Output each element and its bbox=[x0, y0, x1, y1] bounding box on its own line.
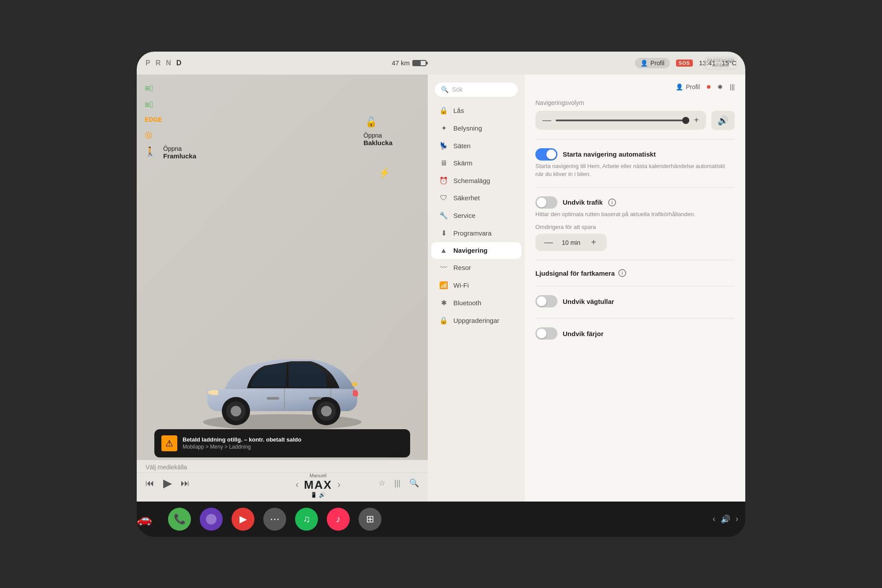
back-hood-label[interactable]: Öppna Baklucka bbox=[363, 132, 392, 146]
search-media-button[interactable]: 🔍 bbox=[409, 478, 419, 488]
settings-content: 👤 Profil ✱ ||| Navigeringsvolym — bbox=[525, 75, 745, 502]
equalizer-button[interactable]: ||| bbox=[394, 479, 400, 488]
skip-forward-button[interactable]: ⏭ bbox=[181, 478, 190, 488]
play-button[interactable]: ▶ bbox=[163, 476, 172, 490]
auto-nav-setting: Starta navigering automatiskt Starta nav… bbox=[535, 148, 735, 187]
avoid-traffic-info-icon[interactable]: i bbox=[608, 198, 616, 206]
drive-mode-selector: Manuell ‹ MAX › 📱 🔊 bbox=[295, 473, 340, 498]
volume-mute-button[interactable]: 🔊 bbox=[711, 111, 735, 130]
drive-icon2: 🔊 bbox=[319, 492, 325, 498]
indicator-tire: ◎ bbox=[145, 129, 162, 140]
speed-assist-icon: ≡⃝ bbox=[145, 100, 153, 110]
avoid-ferries-header: Undvik färjor bbox=[535, 327, 735, 340]
avoid-tolls-toggle[interactable] bbox=[535, 295, 557, 307]
taskbar-chevron-left[interactable]: ‹ bbox=[713, 514, 715, 524]
nav-item-saten[interactable]: 💺 Säten bbox=[431, 137, 521, 154]
volume-plus-button[interactable]: + bbox=[694, 115, 699, 125]
wifi-icon: 📶 bbox=[439, 281, 448, 289]
main-area: ≡⃝ ≡⃝ EDGE ◎ 🚶 Öppna Framlucka bbox=[137, 75, 745, 502]
nav-item-navigering[interactable]: ▲ Navigering bbox=[431, 242, 521, 259]
nav-item-las[interactable]: 🔒 Lås bbox=[431, 102, 521, 119]
resor-icon: 〰 bbox=[439, 264, 448, 272]
favorite-button[interactable]: ☆ bbox=[378, 478, 385, 488]
nav-item-wifi[interactable]: 📶 Wi-Fi bbox=[431, 277, 521, 294]
nav-item-las-label: Lås bbox=[453, 107, 464, 114]
auto-nav-header: Starta navigering automatiskt bbox=[535, 148, 735, 161]
drive-mode-value: MAX bbox=[304, 478, 332, 492]
nav-item-wifi-label: Wi-Fi bbox=[453, 281, 469, 289]
nav-item-programvara-label: Programvara bbox=[453, 229, 492, 237]
grid-button[interactable]: ⊞ bbox=[359, 508, 381, 531]
media-button[interactable]: ▶ bbox=[232, 508, 254, 531]
edge-icon: EDGE bbox=[145, 116, 162, 123]
avoid-traffic-knob bbox=[537, 198, 546, 207]
speed-limit-icon: ≡⃝ bbox=[145, 83, 153, 94]
nav-item-schemalag[interactable]: ⏰ Schemalägg bbox=[431, 172, 521, 189]
nav-item-service[interactable]: 🔧 Service bbox=[431, 207, 521, 224]
uppgraderingar-icon: 🔒 bbox=[439, 316, 448, 325]
speed-camera-label: Ljudsignal för fartkamera bbox=[535, 270, 615, 277]
volume-minus-button[interactable]: — bbox=[542, 115, 551, 125]
music-button[interactable]: ♪ bbox=[327, 508, 350, 531]
search-bar[interactable]: 🔍 Sök bbox=[435, 82, 518, 97]
avoid-tolls-setting: Undvik vägtullar bbox=[535, 295, 735, 318]
profile-chip-label: Profil bbox=[686, 83, 700, 90]
more-button[interactable]: ⋯ bbox=[263, 508, 286, 531]
nav-item-saten-label: Säten bbox=[453, 142, 471, 150]
search-icon: 🔍 bbox=[441, 86, 448, 93]
indicators: ≡⃝ ≡⃝ EDGE ◎ 🚶 bbox=[145, 83, 162, 157]
redirect-value: 10 min bbox=[560, 239, 582, 246]
gear-n[interactable]: N bbox=[166, 59, 173, 67]
volume-track[interactable] bbox=[556, 120, 689, 121]
taskbar-volume-icon[interactable]: 🔊 bbox=[721, 514, 730, 524]
taskbar-chevron-right[interactable]: › bbox=[736, 514, 738, 524]
nav-item-belysning[interactable]: ✦ Belysning bbox=[431, 120, 521, 137]
warning-text: Betald laddning otillg. – kontr. obetalt… bbox=[183, 436, 301, 450]
phone-icon: 📞 bbox=[174, 513, 186, 525]
svg-rect-11 bbox=[309, 397, 321, 400]
gear-r[interactable]: R bbox=[156, 59, 163, 67]
nav-item-sakerhet[interactable]: 🛡 Säkerhet bbox=[431, 190, 521, 206]
warning-notification[interactable]: ⚠ Betald laddning otillg. – kontr. obeta… bbox=[154, 429, 410, 457]
spotify-button[interactable]: ♫ bbox=[295, 508, 318, 531]
gear-selector[interactable]: P R N D bbox=[146, 59, 183, 67]
speed-camera-info-icon[interactable]: i bbox=[618, 269, 626, 277]
nav-item-programvara[interactable]: ⬇ Programvara bbox=[431, 225, 521, 242]
auto-nav-toggle[interactable] bbox=[535, 148, 557, 161]
front-hood-label[interactable]: Öppna Framlucka bbox=[163, 145, 196, 160]
nav-item-bluetooth[interactable]: ✱ Bluetooth bbox=[431, 294, 521, 311]
skip-back-button[interactable]: ⏮ bbox=[146, 478, 154, 488]
taskbar: 🚗 📞 ▶ ⋯ ♫ ♪ ⊞ ‹ 🔊 › bbox=[137, 502, 745, 537]
nav-item-resor[interactable]: 〰 Resor bbox=[431, 259, 521, 276]
avoid-ferries-toggle[interactable] bbox=[535, 327, 557, 340]
nav-item-uppgraderingar[interactable]: 🔒 Uppgraderingar bbox=[431, 312, 521, 329]
indicator-person: 🚶 bbox=[145, 146, 162, 157]
media-controls: ⏮ ▶ ⏭ ☆ ||| 🔍 bbox=[137, 473, 428, 494]
gear-d[interactable]: D bbox=[176, 59, 183, 67]
profile-chip[interactable]: 👤 Profil bbox=[676, 83, 700, 90]
notification-dot bbox=[707, 85, 710, 89]
nav-item-skarm[interactable]: 🖥 Skärm bbox=[431, 155, 521, 172]
redirect-minus-button[interactable]: — bbox=[542, 237, 555, 247]
gear-p[interactable]: P bbox=[146, 59, 152, 67]
redirect-plus-button[interactable]: + bbox=[587, 237, 600, 247]
avoid-traffic-toggle[interactable] bbox=[535, 196, 557, 209]
drive-prev-button[interactable]: ‹ bbox=[295, 479, 299, 491]
media-extra: ☆ ||| 🔍 bbox=[378, 478, 419, 488]
sos-button[interactable]: SOS bbox=[676, 60, 693, 67]
las-icon: 🔒 bbox=[439, 106, 448, 115]
lock-icon: 🔓 bbox=[365, 116, 377, 128]
profile-button[interactable]: 👤 Profil bbox=[635, 58, 670, 68]
nav-item-navigering-label: Navigering bbox=[453, 247, 488, 254]
drive-mode-icons: 📱 🔊 bbox=[295, 492, 340, 498]
nav-item-schemalag-label: Schemalägg bbox=[453, 177, 490, 184]
phone-button[interactable]: 📞 bbox=[168, 508, 191, 531]
grid-icon: ⊞ bbox=[366, 513, 374, 525]
warning-sub: Mobilapp > Meny > Laddning bbox=[183, 444, 301, 450]
profile-icon: 👤 bbox=[640, 60, 648, 67]
nav-item-skarm-label: Skärm bbox=[453, 159, 472, 167]
volume-slider[interactable]: — + bbox=[535, 111, 706, 130]
car-taskbar-icon[interactable]: 🚗 bbox=[137, 512, 152, 526]
camera-button[interactable] bbox=[200, 508, 223, 531]
drive-next-button[interactable]: › bbox=[337, 479, 340, 491]
